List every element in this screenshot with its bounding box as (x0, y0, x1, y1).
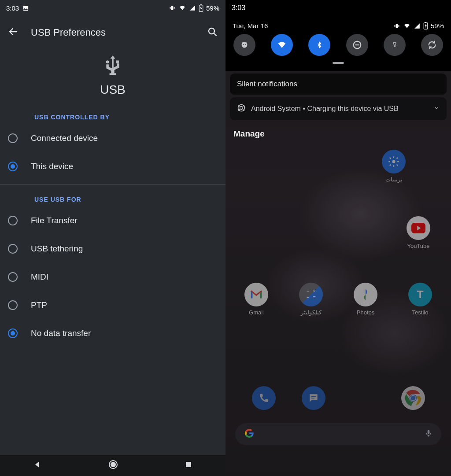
svg-point-14 (243, 44, 244, 45)
radio-label: MIDI (31, 272, 48, 282)
radio-label: File Transfer (31, 216, 78, 225)
app-youtube[interactable]: YouTube (397, 216, 440, 249)
phone-right: 3:03 Tue, Mar 16 59% Silent notificatio (226, 0, 451, 476)
svg-text:+: + (307, 295, 310, 300)
status-time: 3:03 (232, 4, 245, 12)
usb-icon (103, 54, 122, 78)
qs-tile-flashlight[interactable] (384, 34, 406, 56)
qs-toggles (232, 34, 445, 56)
vibrate-icon (393, 23, 400, 29)
android-system-icon (237, 103, 246, 114)
silent-notifications-header: Silent notifications (230, 74, 447, 95)
dock-chrome[interactable] (392, 386, 434, 410)
radio-usb-tethering[interactable]: USB tethering (0, 235, 226, 263)
qs-tile-bluetooth[interactable] (308, 34, 330, 56)
app-testlio[interactable]: T Testlio (399, 283, 441, 316)
nav-bar-left (0, 455, 226, 476)
svg-text:×: × (313, 288, 316, 294)
svg-point-29 (410, 396, 415, 401)
quick-settings-panel[interactable]: Tue, Mar 16 59% (226, 16, 451, 71)
manage-button[interactable]: Manage (226, 123, 451, 142)
page-title: USB Preferences (31, 27, 106, 38)
chevron-down-icon[interactable] (433, 105, 440, 113)
app-label: ترتیبات (385, 176, 403, 183)
app-label: کیلکولیٹر (301, 309, 322, 316)
qs-tile-dnd[interactable] (346, 34, 368, 56)
radio-icon (8, 162, 18, 171)
notification-usb-charging[interactable]: Android System • Charging this device vi… (230, 97, 447, 120)
radio-label: No data transfer (31, 328, 91, 338)
svg-point-19 (392, 160, 396, 163)
usb-hero-label: USB (100, 83, 126, 97)
google-g-icon (244, 428, 255, 440)
svg-point-15 (245, 44, 246, 45)
app-label: YouTube (407, 243, 429, 249)
svg-point-18 (240, 107, 243, 110)
photo-icon (22, 5, 29, 11)
app-label: Photos (357, 309, 374, 316)
manage-label: Manage (233, 129, 265, 138)
qs-date: Tue, Mar 16 (233, 22, 268, 30)
svg-rect-9 (186, 462, 191, 467)
qs-tile-android-head[interactable] (233, 34, 255, 56)
vibrate-icon (169, 5, 176, 11)
search-bar[interactable] (235, 423, 441, 445)
back-arrow-icon[interactable] (8, 26, 18, 39)
app-photos[interactable]: Photos (344, 283, 387, 316)
qs-drag-handle[interactable] (333, 62, 344, 64)
section-controlled-by-title: USB CONTROLLED BY (0, 102, 226, 124)
app-label: Gmail (249, 309, 264, 316)
dock-phone[interactable] (243, 386, 285, 410)
radio-icon (8, 133, 18, 143)
nav-back-icon[interactable] (33, 460, 42, 471)
wifi-icon (403, 23, 411, 29)
svg-rect-3 (200, 4, 202, 5)
app-bar: USB Preferences (0, 19, 226, 46)
battery-icon (423, 22, 428, 30)
app-gmail[interactable]: Gmail (235, 283, 277, 316)
radio-icon (8, 216, 18, 225)
app-label: Testlio (412, 309, 429, 316)
wifi-icon (178, 5, 186, 11)
svg-rect-1 (171, 6, 174, 10)
cell-icon (189, 5, 196, 11)
svg-point-5 (106, 60, 109, 63)
radio-icon (8, 300, 18, 310)
radio-no-data-transfer[interactable]: No data transfer (0, 319, 226, 347)
qs-tile-wifi[interactable] (271, 34, 293, 56)
notification-text: Android System • Charging this device vi… (251, 105, 399, 113)
status-battery-pct: 59% (431, 22, 444, 30)
search-icon[interactable] (207, 26, 218, 39)
radio-ptp[interactable]: PTP (0, 291, 226, 319)
nav-home-icon[interactable] (108, 459, 118, 472)
svg-rect-10 (396, 24, 398, 28)
mic-icon[interactable] (425, 428, 433, 440)
battery-icon (199, 4, 203, 12)
qs-tile-rotate[interactable] (421, 34, 443, 56)
nav-recents-icon[interactable] (185, 461, 192, 470)
radio-this-device[interactable]: This device (0, 152, 226, 181)
radio-label: PTP (31, 300, 47, 310)
app-settings[interactable]: ترتیبات (373, 150, 415, 183)
phone-left: 3:03 59% USB Preferences (0, 0, 226, 476)
svg-rect-6 (116, 60, 119, 63)
radio-label: Connected device (31, 133, 98, 143)
status-battery-pct: 59% (206, 4, 219, 12)
app-calculator[interactable]: −×+= کیلکولیٹر (290, 283, 332, 316)
radio-label: USB tethering (31, 244, 83, 254)
status-time: 3:03 (6, 4, 19, 12)
cell-icon (414, 23, 421, 29)
svg-rect-30 (428, 430, 430, 434)
svg-text:−: − (307, 288, 310, 294)
radio-icon (8, 328, 18, 338)
dock-messages[interactable] (292, 386, 335, 410)
radio-icon (8, 272, 18, 282)
radio-midi[interactable]: MIDI (0, 263, 226, 291)
usb-hero: USB (0, 46, 226, 102)
radio-file-transfer[interactable]: File Transfer (0, 207, 226, 235)
svg-text:=: = (313, 295, 316, 300)
radio-connected-device[interactable]: Connected device (0, 124, 226, 152)
svg-rect-12 (425, 22, 426, 23)
section-use-usb-for-title: USE USB FOR (0, 184, 226, 207)
radio-label: This device (31, 162, 73, 171)
